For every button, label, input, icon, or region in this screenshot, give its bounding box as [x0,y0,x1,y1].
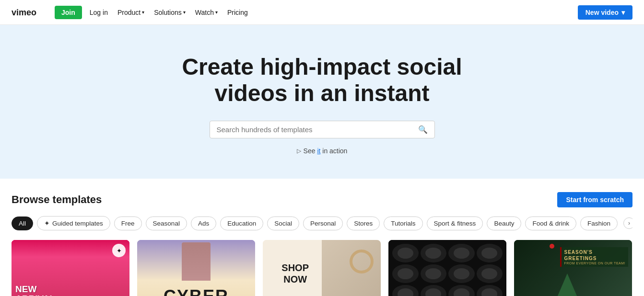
earphone-item [448,285,475,296]
filter-pill-education[interactable]: Education [220,216,263,230]
shopnow-right-bg [322,240,381,296]
filter-pill-seasonal[interactable]: Seasonal [146,216,187,230]
earphone-item [392,244,419,262]
shopnow-text: SHOPNOW [281,262,309,285]
solutions-menu[interactable]: Solutions ▾ [150,6,189,19]
card-thumbnail: SEASON'SGREETINGS FROM EVERYONE ON OUR T… [514,240,632,296]
filter-pill-personal[interactable]: Personal [303,216,343,230]
product-chevron-icon: ▾ [142,10,144,15]
navbar: vimeo Join Log in Product ▾ Solutions ▾ … [0,0,644,25]
template-cards-row: NewARRival ✦ NewARRival ✦ CYBER [12,240,632,296]
template-card-cyber[interactable]: CYBER [137,240,255,296]
earphone-item [421,285,447,296]
earphone-item [477,285,503,296]
template-card-earphones[interactable] [388,240,506,296]
filter-pill-tutorials[interactable]: Tutorials [384,216,422,230]
pills-scroll-right-button[interactable]: › [623,217,632,229]
filter-pill-stores[interactable]: Stores [347,216,380,230]
earphones-grid [388,240,506,296]
seasons-text-overlay: SEASON'SGREETINGS FROM EVERYONE ON OUR T… [560,247,628,267]
fashion-card-title: NewARRival [15,285,126,296]
earphone-item [392,285,419,296]
start-from-scratch-button[interactable]: Start from scratch [557,192,632,207]
browse-header: Browse templates Start from scratch [12,192,632,207]
cyber-person-silhouette [182,242,211,281]
hero-section: Create high-impact social videos in an i… [0,25,644,179]
new-video-chevron-icon: ▾ [621,9,625,16]
filter-pills: All ✦ Guided templates Free Seasonal Ads… [12,216,632,230]
seasons-greeting-title: SEASON'SGREETINGS [564,249,625,262]
filter-pill-all[interactable]: All [12,216,33,230]
filter-pill-sport-fitness[interactable]: Sport & fitness [427,216,483,230]
product-menu[interactable]: Product ▾ [114,6,148,19]
search-input[interactable] [217,125,418,134]
wand-icon: ✦ [44,219,50,227]
filter-pill-ads[interactable]: Ads [191,216,216,230]
browse-section: Browse templates Start from scratch All … [0,179,644,296]
solutions-chevron-icon: ▾ [183,10,186,15]
earphone-item [477,264,503,283]
card-thumbnail: SHOPNOW [263,240,381,296]
play-icon: ▷ [297,148,301,154]
watch-chevron-icon: ▾ [215,10,218,15]
card-thumbnail: CYBER [137,240,255,296]
hero-search-box[interactable]: 🔍 [210,121,435,138]
earphone-item [477,244,503,262]
cyber-title-text: CYBER [137,288,255,296]
earphone-item [421,244,447,262]
browse-title: Browse templates [12,194,102,206]
filter-pill-social[interactable]: Social [267,216,299,230]
earphone-item [448,244,475,262]
earphone-item [421,264,447,283]
see-action-link[interactable]: ▷ See it in action [12,147,632,155]
seasons-greeting-subtitle: FROM EVERYONE ON OUR TEAM! [564,262,625,265]
filter-pill-food-drink[interactable]: Food & drink [525,216,576,230]
shopnow-left-bg: SHOPNOW [263,240,328,296]
template-card-shop-now[interactable]: SHOPNOW [263,240,381,296]
card-thumbnail [388,240,506,296]
search-icon: 🔍 [418,125,428,134]
vimeo-logo[interactable]: vimeo [12,8,45,17]
hero-title: Create high-impact social videos in an i… [178,54,466,106]
card-thumbnail: NewARRival ✦ NewARRival ✦ [12,240,129,296]
template-card-fashion-pink[interactable]: NewARRival ✦ NewARRival ✦ [12,240,129,296]
pricing-link[interactable]: Pricing [223,6,252,19]
earphone-item [448,264,475,283]
template-card-seasons-greetings[interactable]: SEASON'SGREETINGS FROM EVERYONE ON OUR T… [514,240,632,296]
filter-pill-guided[interactable]: ✦ Guided templates [37,216,110,230]
filter-pill-beauty[interactable]: Beauty [487,216,521,230]
filter-pill-fashion[interactable]: Fashion [580,216,618,230]
watch-menu[interactable]: Watch ▾ [191,6,222,19]
join-button[interactable]: Join [55,6,82,19]
login-link[interactable]: Log in [86,6,112,19]
ring-product-image [350,250,374,273]
new-video-button[interactable]: New video ▾ [578,5,632,20]
svg-text:vimeo: vimeo [12,8,36,17]
filter-pill-free[interactable]: Free [114,216,142,230]
earphone-item [392,264,419,283]
seasons-tree-icon [553,273,582,296]
navbar-right: New video ▾ [578,5,632,20]
